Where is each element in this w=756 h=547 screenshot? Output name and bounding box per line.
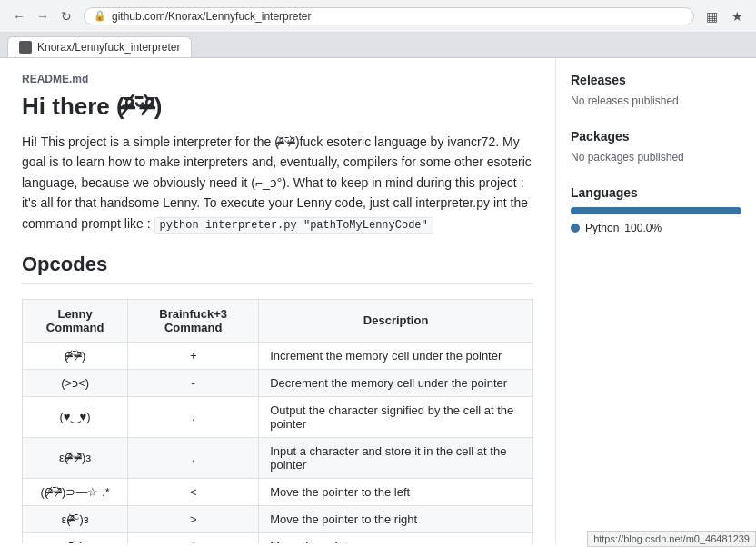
url-tooltip: https://blog.csdn.net/m0_46481239 <box>587 531 756 543</box>
tab-favicon-icon <box>19 41 32 54</box>
opcodes-tbody: (ᵒ̴̶̷᷄ᵕ̄ᵒ̴̶̷᷅)+Increment the memory cell… <box>23 342 533 543</box>
forward-button[interactable]: → <box>33 6 53 26</box>
brainfuck-command-cell: - <box>128 369 259 396</box>
brainfuck-command-cell: < <box>128 478 259 505</box>
address-text: github.com/Knorax/Lennyfuck_interpreter <box>112 10 311 23</box>
lenny-command-cell: ε(ᵒ̴̶̷᷅ᵕ̄)з <box>23 505 128 532</box>
lenny-command-cell: (♥‿♥) <box>23 396 128 437</box>
table-row: ((ᵒ̴̶̷᷄ᵕ̄ᵒ̴̶̷᷅)⊃—☆ .*<Move the pointer t… <box>23 478 533 505</box>
table-row: (♥‿♥).Output the character signified by … <box>23 396 533 437</box>
languages-title: Languages <box>571 185 741 200</box>
intro-paragraph: Hi! This project is a simple interpreter… <box>22 132 533 234</box>
description-cell: Move the pointer up <box>259 532 533 543</box>
languages-section: Languages Python 100.0% <box>571 185 741 234</box>
brainfuck-command-cell: , <box>128 437 259 478</box>
active-tab[interactable]: Knorax/Lennyfuck_interpreter <box>7 36 192 57</box>
brainfuck-command-cell: > <box>128 505 259 532</box>
command-code: python interpreter.py "pathToMyLennyCode… <box>154 217 433 234</box>
main-content: README.md Hi there (ᵒ̴̶̷᷄ᵕ̄ᵒ̴̶̷᷅) Hi! Th… <box>0 58 556 543</box>
readme-label: README.md <box>22 73 533 85</box>
python-language-percent: 100.0% <box>624 222 662 234</box>
table-row: (ᵒ̴̶̷᷄ᵕ̄ᵒ̴̶̷᷅)+Increment the memory cell… <box>23 342 533 369</box>
table-header-row: Lenny Command Brainfuck+3 Command Descri… <box>23 299 533 342</box>
description-cell: Decrement the memory cell under the poin… <box>259 369 533 396</box>
packages-text: No packages published <box>571 151 741 164</box>
intro-text-content: Hi! This project is a simple interpreter… <box>22 134 532 231</box>
language-item-python: Python 100.0% <box>571 222 741 234</box>
packages-title: Packages <box>571 129 741 144</box>
brainfuck-command-cell: ^ <box>128 532 259 543</box>
table-row: (>ↄ<)-Decrement the memory cell under th… <box>23 369 533 396</box>
table-row: ε(ᵒ̴̶̷᷄ᵕ̄)з^Move the pointer up <box>23 532 533 543</box>
extensions-button[interactable]: ▦ <box>701 6 721 26</box>
brainfuck-command-cell: . <box>128 396 259 437</box>
lenny-command-cell: ε(ᵒ̴̶̷᷄ᵕ̄)з <box>23 532 128 543</box>
browser-actions: ▦ ★ <box>701 6 747 26</box>
releases-section: Releases No releases published <box>571 73 741 107</box>
python-language-name: Python <box>585 222 619 234</box>
bookmark-button[interactable]: ★ <box>727 6 747 26</box>
reload-button[interactable]: ↻ <box>56 6 76 26</box>
lenny-command-cell: (ᵒ̴̶̷᷄ᵕ̄ᵒ̴̶̷᷅) <box>23 342 128 369</box>
tab-bar: Knorax/Lennyfuck_interpreter <box>0 33 756 58</box>
col-header-lenny: Lenny Command <box>23 299 128 342</box>
address-bar[interactable]: 🔒 github.com/Knorax/Lennyfuck_interprete… <box>84 7 694 25</box>
description-cell: Output the character signified by the ce… <box>259 396 533 437</box>
lenny-command-cell: ε(ᵒ̴̶̷᷄ᵕ̄ᵒ̴̶̷᷅)з <box>23 437 128 478</box>
col-header-description: Description <box>259 299 533 342</box>
description-cell: Move the pointer to the right <box>259 505 533 532</box>
python-language-dot <box>571 224 580 233</box>
releases-text: No releases published <box>571 94 741 107</box>
table-row: ε(ᵒ̴̶̷᷅ᵕ̄)з>Move the pointer to the righ… <box>23 505 533 532</box>
lenny-command-cell: (>ↄ<) <box>23 369 128 396</box>
description-cell: Move the pointer to the left <box>259 478 533 505</box>
page-content: README.md Hi there (ᵒ̴̶̷᷄ᵕ̄ᵒ̴̶̷᷅) Hi! Th… <box>0 58 756 543</box>
releases-title: Releases <box>571 73 741 87</box>
table-row: ε(ᵒ̴̶̷᷄ᵕ̄ᵒ̴̶̷᷅)з,Input a character and s… <box>23 437 533 478</box>
lock-icon: 🔒 <box>94 10 106 22</box>
page-title: Hi there (ᵒ̴̶̷᷄ᵕ̄ᵒ̴̶̷᷅) <box>22 93 533 121</box>
tab-title: Knorax/Lennyfuck_interpreter <box>37 41 180 54</box>
languages-bar <box>571 207 741 214</box>
opcodes-title: Opcodes <box>22 253 533 284</box>
sidebar: Releases No releases published Packages … <box>556 58 756 543</box>
browser-bar: ← → ↻ 🔒 github.com/Knorax/Lennyfuck_inte… <box>0 0 756 33</box>
brainfuck-command-cell: + <box>128 342 259 369</box>
browser-nav: ← → ↻ <box>9 6 76 26</box>
packages-section: Packages No packages published <box>571 129 741 164</box>
description-cell: Increment the memory cell under the poin… <box>259 342 533 369</box>
description-cell: Input a character and store it in the ce… <box>259 437 533 478</box>
lenny-command-cell: ((ᵒ̴̶̷᷄ᵕ̄ᵒ̴̶̷᷅)⊃—☆ .* <box>23 478 128 505</box>
col-header-brainfuck: Brainfuck+3 Command <box>128 299 259 342</box>
back-button[interactable]: ← <box>9 6 29 26</box>
opcodes-table: Lenny Command Brainfuck+3 Command Descri… <box>22 299 533 543</box>
